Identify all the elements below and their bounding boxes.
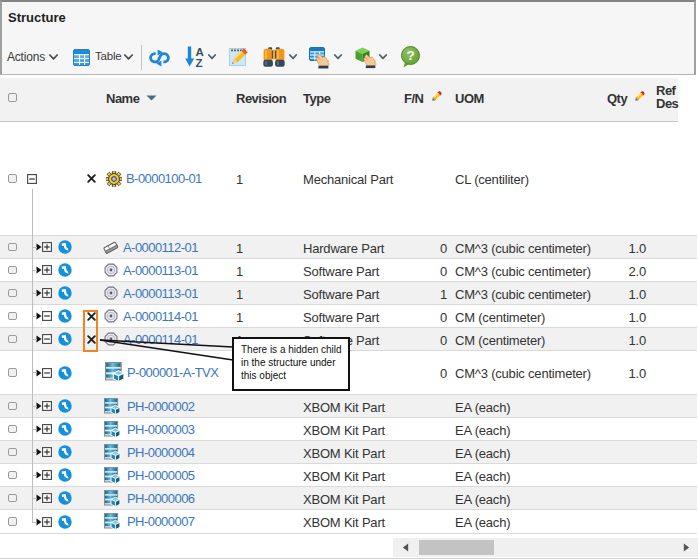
svg-text:Z: Z: [196, 57, 203, 67]
svg-text:?: ?: [406, 48, 414, 63]
